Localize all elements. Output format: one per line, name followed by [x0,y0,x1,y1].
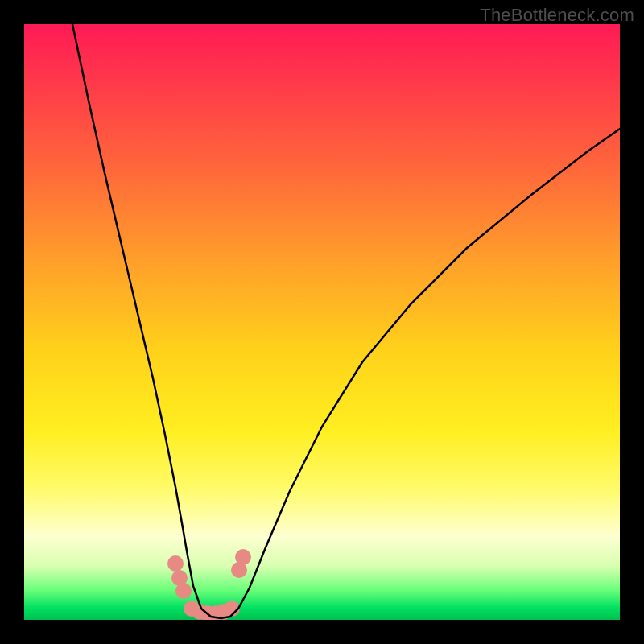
valley-marker-dot [175,583,192,599]
v-curve [72,24,620,618]
outer-black-frame: TheBottleneck.com [0,0,644,644]
valley-marker-dot [167,555,184,572]
plot-area [24,24,620,620]
chart-svg [24,24,620,620]
watermark-text: TheBottleneck.com [480,5,634,26]
valley-marker-dot [235,549,251,565]
